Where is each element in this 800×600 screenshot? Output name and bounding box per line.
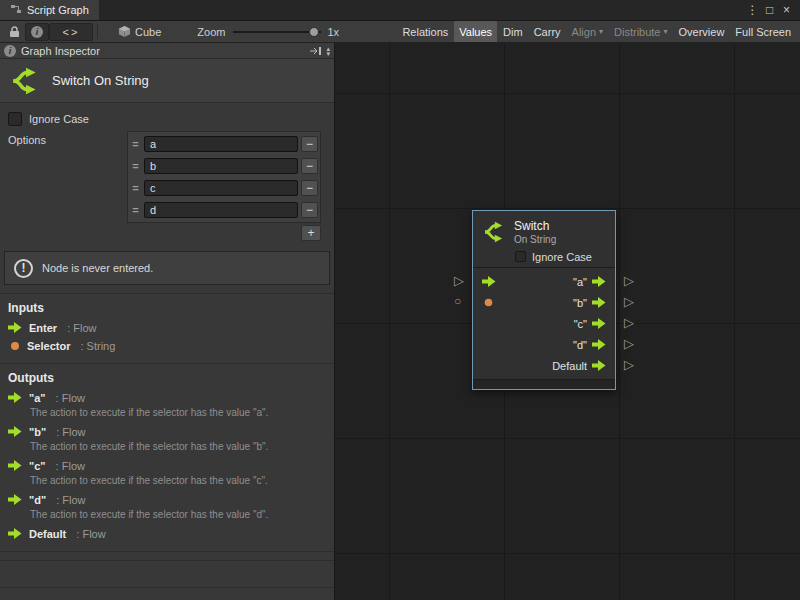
node-port-row: Default [473,355,615,376]
enter-port-connector-icon[interactable]: ▷ [454,274,464,287]
zoom-slider-track [233,31,321,33]
port-description: The action to execute if the selector ha… [30,441,326,452]
zoom-slider-knob[interactable] [309,27,319,37]
inputs-header: Inputs [0,294,334,319]
option-input[interactable] [144,136,298,152]
port-name: "d" [29,494,46,506]
ignore-case-checkbox[interactable] [515,251,526,262]
port-description: The action to execute if the selector ha… [30,407,326,418]
option-input[interactable] [144,180,298,196]
options-label: Options [0,131,46,146]
option-row: = − [129,199,319,221]
drag-handle-icon[interactable]: = [130,160,141,172]
node-header[interactable]: Switch On String [473,211,615,248]
node-port-row: "c" [473,313,615,334]
output-port-connector-icon[interactable]: ▷ [624,316,634,329]
dock-panel-icon[interactable] [309,46,322,56]
overview-button[interactable]: Overview [674,21,730,42]
options-list: = − = − = − = [127,131,321,223]
values-button[interactable]: Values [454,21,497,42]
chevron-down-icon: ▾ [599,27,603,36]
port-name: Selector [27,340,70,352]
tab-script-graph[interactable]: Script Graph [0,0,99,20]
option-row: = − [129,155,319,177]
lock-button[interactable] [4,23,25,41]
unit-title-block: Switch On String [0,59,334,103]
remove-option-button[interactable]: − [301,158,318,174]
fullscreen-button[interactable]: Full Screen [730,21,796,42]
info-icon: i [4,45,16,57]
close-button[interactable]: × [778,3,795,17]
output-port-connector-icon[interactable]: ▷ [624,295,634,308]
graph-canvas[interactable]: Switch On String Ignore Case ▷ ○ ▷ ▷ [335,43,800,600]
port-description: The action to execute if the selector ha… [30,509,326,520]
toolbar-divider [97,24,98,39]
node-port-row: "a" [473,271,615,292]
code-view-button[interactable]: <> [49,23,93,41]
selector-value-icon[interactable] [482,298,500,307]
option-row: = − [129,133,319,155]
graph-owner-label: Cube [135,26,161,38]
port-label: "b" [573,297,587,309]
flow-arrow-icon [8,426,22,437]
node-divider [473,267,615,268]
port-name: "c" [29,460,46,472]
warning-text: Node is never entered. [42,262,153,274]
carry-button[interactable]: Carry [529,21,566,42]
arrow-down-icon: ▾ [326,51,330,56]
option-input[interactable] [144,158,298,174]
dim-button[interactable]: Dim [498,21,528,42]
enter-flow-icon[interactable] [482,276,500,287]
output-port-connector-icon[interactable]: ▷ [624,274,634,287]
collapse-arrows-icon[interactable]: ▴ ▾ [326,46,330,56]
relations-button[interactable]: Relations [397,21,453,42]
zoom-value: 1x [327,26,339,38]
port-name: "b" [29,426,46,438]
add-option-button[interactable]: + [301,225,321,241]
input-port-selector: Selector : String [0,337,334,355]
flow-arrow-icon[interactable] [592,360,606,371]
warning-box: ! Node is never entered. [4,251,330,285]
maximize-button[interactable]: □ [761,3,778,17]
output-port-a: "a" : Flow [0,389,334,407]
output-port-b: "b" : Flow [0,423,334,441]
remove-option-button[interactable]: − [301,202,318,218]
selector-port-connector-icon[interactable]: ○ [454,295,461,308]
node-port-row: "b" [473,292,615,313]
output-port-connector-icon[interactable]: ▷ [624,337,634,350]
align-label: Align [572,26,596,38]
remove-option-button[interactable]: − [301,136,318,152]
output-port-c: "c" : Flow [0,457,334,475]
graph-toolbar: i <> Cube Zoom 1x Relations Values Dim C… [0,21,800,43]
port-type: String [87,340,116,352]
inspector-toggle-button[interactable]: i [25,23,49,41]
tab-bar: Script Graph ⋮ □ × [0,0,800,21]
flow-arrow-icon[interactable] [592,318,606,329]
drag-handle-icon[interactable]: = [130,204,141,216]
drag-handle-icon[interactable]: = [130,138,141,150]
distribute-button[interactable]: Distribute ▾ [609,21,672,42]
switch-on-string-node[interactable]: Switch On String Ignore Case ▷ ○ ▷ ▷ [472,210,616,390]
flow-arrow-icon[interactable] [592,339,606,350]
flow-arrow-icon[interactable] [592,276,606,287]
output-port-connector-icon[interactable]: ▷ [624,358,634,371]
port-label: "c" [574,318,587,330]
output-port-d: "d" : Flow [0,491,334,509]
port-label: "a" [573,276,587,288]
flow-arrow-icon[interactable] [592,297,606,308]
zoom-slider[interactable] [233,26,321,38]
remove-option-button[interactable]: − [301,180,318,196]
drag-handle-icon[interactable]: = [130,182,141,194]
node-port-row: "d" [473,334,615,355]
align-button[interactable]: Align ▾ [567,21,608,42]
window-menu-button[interactable]: ⋮ [744,3,761,17]
option-input[interactable] [144,202,298,218]
option-row: = − [129,177,319,199]
flow-arrow-icon [8,494,22,505]
lock-icon [9,26,20,38]
port-name: "a" [29,392,46,404]
info-icon: i [31,26,43,38]
node-ignore-case-row: Ignore Case [515,249,615,264]
window-controls: ⋮ □ × [744,0,800,20]
ignore-case-checkbox[interactable] [8,112,22,126]
